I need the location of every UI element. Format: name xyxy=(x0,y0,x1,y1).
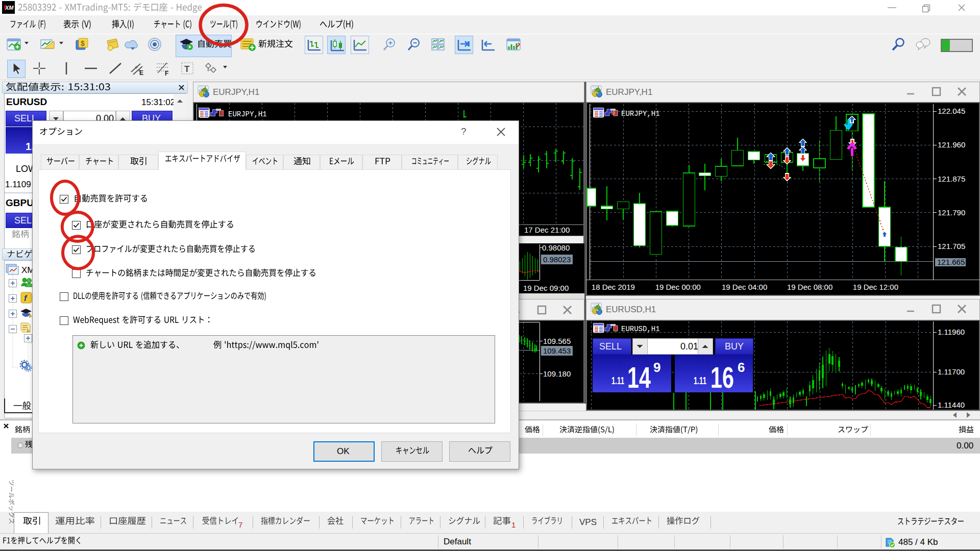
svg-text:19 Dec 04:00: 19 Dec 04:00 xyxy=(722,283,767,291)
svg-text:121.705: 121.705 xyxy=(938,242,965,251)
svg-text:19 Dec 00:00: 19 Dec 00:00 xyxy=(655,283,701,291)
svg-text:109.180: 109.180 xyxy=(543,369,571,378)
svg-text:16: 16 xyxy=(710,361,734,394)
svg-text:121.790: 121.790 xyxy=(938,208,965,217)
svg-text:BUY: BUY xyxy=(725,341,744,352)
svg-text:EURJPY,H1: EURJPY,H1 xyxy=(621,110,660,118)
svg-text:14: 14 xyxy=(627,361,651,394)
svg-text:109.565: 109.565 xyxy=(543,337,571,345)
svg-text:121.875: 121.875 xyxy=(938,174,965,183)
svg-text:18 Dec 2019: 18 Dec 2019 xyxy=(592,283,635,291)
svg-text:19 Dec 08:00: 19 Dec 08:00 xyxy=(787,283,832,291)
svg-text:0.98080: 0.98080 xyxy=(542,243,570,252)
svg-text:1.11960: 1.11960 xyxy=(938,328,965,336)
svg-text:EURJPY,H1: EURJPY,H1 xyxy=(228,110,267,118)
svg-text:6: 6 xyxy=(738,360,745,375)
svg-text:1.11440: 1.11440 xyxy=(938,400,965,409)
svg-text:121.960: 121.960 xyxy=(938,140,965,149)
svg-text:19 Dec 12:00: 19 Dec 12:00 xyxy=(853,283,898,291)
svg-text:1.11: 1.11 xyxy=(694,375,706,386)
svg-text:SELL: SELL xyxy=(599,341,622,352)
svg-text:$: $ xyxy=(81,39,85,47)
svg-text:19 Dec 09:00: 19 Dec 09:00 xyxy=(523,284,569,292)
svg-text:17 Dec 21:00: 17 Dec 21:00 xyxy=(524,226,570,234)
svg-text:109.453: 109.453 xyxy=(543,346,571,355)
svg-text:0.98023: 0.98023 xyxy=(543,255,571,264)
svg-text:T: T xyxy=(184,64,190,74)
svg-text:E: E xyxy=(139,69,143,77)
svg-text:EURUSD,H1: EURUSD,H1 xyxy=(621,325,660,333)
svg-text:1.11700: 1.11700 xyxy=(938,367,965,376)
svg-text:F: F xyxy=(165,70,168,77)
svg-text:0.01: 0.01 xyxy=(680,341,698,352)
svg-text:122.045: 122.045 xyxy=(938,107,965,115)
svg-text:9: 9 xyxy=(653,360,660,375)
svg-text:121.665: 121.665 xyxy=(937,258,965,266)
svg-text:1.11: 1.11 xyxy=(611,375,624,386)
